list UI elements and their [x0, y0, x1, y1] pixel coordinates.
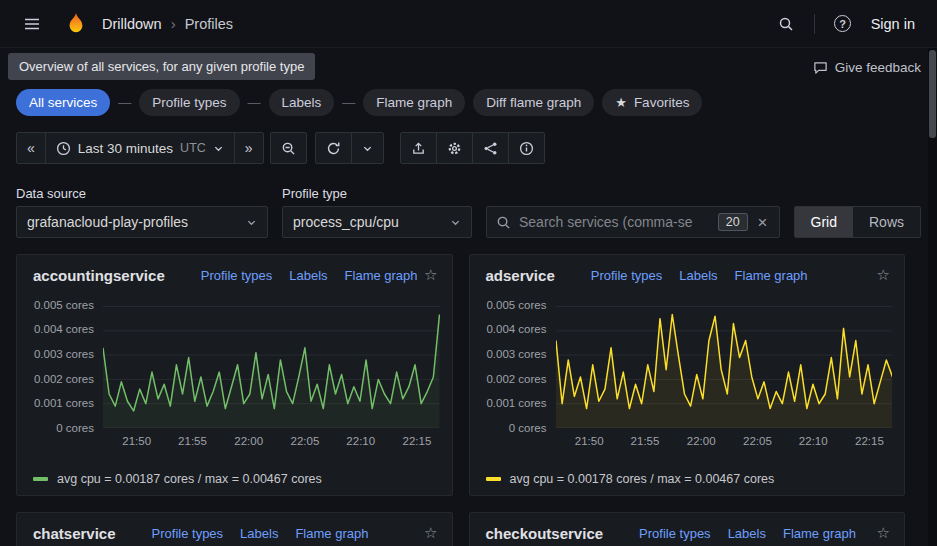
favorite-star-button[interactable]: ☆: [424, 524, 437, 542]
info-icon: [519, 141, 534, 156]
flame-graph-link[interactable]: Flame graph: [783, 526, 856, 541]
refresh-button[interactable]: [316, 133, 351, 163]
panel-links: Profile types Labels Flame graph: [201, 268, 418, 283]
services-search-input[interactable]: [519, 214, 710, 230]
legend-label[interactable]: avg cpu = 0.00178 cores / max = 0.00467 …: [510, 472, 775, 486]
y-tick-label: 0.002 cores: [34, 373, 94, 385]
panel-links: Profile types Labels Flame graph: [639, 526, 856, 541]
service-panel-chatservice: chatservice Profile types Labels Flame g…: [16, 512, 453, 546]
give-feedback-button[interactable]: Give feedback: [813, 60, 921, 75]
star-outline-icon: ☆: [424, 266, 437, 283]
chevron-down-icon: [450, 217, 461, 228]
panel-header: adservice Profile types Labels Flame gra…: [470, 255, 905, 284]
x-tick-label: 21:55: [178, 435, 207, 447]
tab-flame-graph[interactable]: Flame graph: [363, 89, 465, 116]
labels-link[interactable]: Labels: [289, 268, 327, 283]
panel-title: checkoutservice: [486, 525, 604, 542]
flame-graph-link[interactable]: Flame graph: [295, 526, 368, 541]
nav-divider: [814, 14, 815, 34]
datasource-select[interactable]: grafanacloud-play-profiles: [16, 206, 268, 238]
hamburger-menu-button[interactable]: [16, 8, 48, 40]
profile-types-link[interactable]: Profile types: [201, 268, 273, 283]
x-tick-label: 22:05: [291, 435, 320, 447]
panel-title: accountingservice: [33, 267, 165, 284]
sign-in-button[interactable]: Sign in: [865, 10, 921, 38]
tab-profile-types[interactable]: Profile types: [139, 89, 239, 116]
breadcrumb-page[interactable]: Profiles: [185, 16, 233, 32]
tab-diff-flame-graph[interactable]: Diff flame graph: [473, 89, 594, 116]
x-tick-label: 21:55: [631, 435, 660, 447]
services-tooltip: Overview of all services, for any given …: [8, 53, 315, 80]
view-tabs: All services — Profile types — Labels — …: [0, 80, 937, 116]
tab-favorites[interactable]: ★ Favorites: [602, 89, 702, 116]
clear-search-button[interactable]: ×: [756, 214, 770, 231]
tab-favorites-label: Favorites: [634, 95, 690, 110]
profile-type-select[interactable]: process_cpu/cpu: [282, 206, 472, 238]
x-tick-label: 22:15: [855, 435, 884, 447]
time-zoom-out-button[interactable]: [271, 133, 306, 163]
x-tick-label: 22:10: [799, 435, 828, 447]
y-tick-label: 0.005 cores: [486, 299, 546, 311]
services-count-badge: 20: [718, 213, 748, 231]
comment-icon: [813, 60, 828, 75]
legend-label[interactable]: avg cpu = 0.00187 cores / max = 0.00467 …: [57, 472, 322, 486]
zoom-out-icon: [281, 141, 296, 156]
y-tick-label: 0.002 cores: [486, 373, 546, 385]
time-range-picker[interactable]: Last 30 minutes UTC: [45, 133, 234, 163]
panel-title: adservice: [486, 267, 555, 284]
nav-search-button[interactable]: [770, 8, 802, 40]
share-icon: [483, 141, 498, 156]
page-scrollbar[interactable]: [928, 48, 937, 546]
scrollbar-thumb[interactable]: [929, 50, 936, 138]
info-button[interactable]: [508, 133, 544, 163]
y-tick-label: 0 cores: [509, 422, 547, 434]
panel-links: Profile types Labels Flame graph: [152, 526, 369, 541]
legend: avg cpu = 0.00178 cores / max = 0.00467 …: [486, 472, 889, 486]
legend-swatch: [33, 477, 48, 481]
tab-all-services[interactable]: All services: [16, 89, 110, 116]
y-tick-label: 0.004 cores: [34, 323, 94, 335]
favorite-star-button[interactable]: ☆: [877, 266, 890, 284]
labels-link[interactable]: Labels: [240, 526, 278, 541]
profile-type-field: Profile type process_cpu/cpu: [282, 186, 472, 238]
plot-area: 21:5021:5522:0022:0522:1022:15: [103, 298, 440, 428]
profile-types-link[interactable]: Profile types: [152, 526, 224, 541]
y-tick-label: 0.001 cores: [486, 397, 546, 409]
service-panel-adservice: adservice Profile types Labels Flame gra…: [469, 254, 906, 496]
layout-grid-option[interactable]: Grid: [795, 207, 853, 237]
x-tick-label: 22:15: [403, 435, 432, 447]
cpu-time-series-chart: 0 cores0.001 cores0.002 cores0.003 cores…: [478, 296, 895, 450]
flame-graph-link[interactable]: Flame graph: [345, 268, 418, 283]
labels-link[interactable]: Labels: [728, 526, 766, 541]
profile-types-link[interactable]: Profile types: [639, 526, 711, 541]
help-icon: ?: [834, 15, 851, 32]
refresh-interval-dropdown[interactable]: [351, 133, 383, 163]
panel-header: chatservice Profile types Labels Flame g…: [17, 513, 452, 542]
help-button[interactable]: ?: [827, 8, 859, 40]
y-tick-label: 0.005 cores: [34, 299, 94, 311]
tab-labels[interactable]: Labels: [269, 89, 335, 116]
chevron-down-icon: [362, 143, 373, 154]
time-shift-back-button[interactable]: «: [17, 133, 45, 163]
favorite-star-button[interactable]: ☆: [424, 266, 437, 284]
x-tick-label: 22:05: [743, 435, 772, 447]
labels-link[interactable]: Labels: [679, 268, 717, 283]
gear-icon: [447, 141, 462, 156]
settings-button[interactable]: [436, 133, 472, 163]
layout-rows-option[interactable]: Rows: [853, 207, 920, 237]
profile-types-link[interactable]: Profile types: [591, 268, 663, 283]
export-button[interactable]: [401, 133, 436, 163]
timezone-label: UTC: [180, 141, 206, 155]
favorite-star-button[interactable]: ☆: [877, 524, 890, 542]
search-icon: [778, 16, 794, 32]
star-outline-icon: ☆: [877, 266, 890, 283]
breadcrumb-chevron-icon: ›: [171, 15, 176, 32]
grafana-logo[interactable]: [62, 10, 90, 38]
legend: avg cpu = 0.00187 cores / max = 0.00467 …: [33, 472, 436, 486]
legend-swatch: [486, 477, 501, 481]
flame-graph-link[interactable]: Flame graph: [735, 268, 808, 283]
share-button[interactable]: [472, 133, 508, 163]
panel-actions-group: [400, 132, 545, 164]
breadcrumb-app-name[interactable]: Drilldown: [102, 16, 162, 32]
time-shift-forward-button[interactable]: »: [234, 133, 263, 163]
